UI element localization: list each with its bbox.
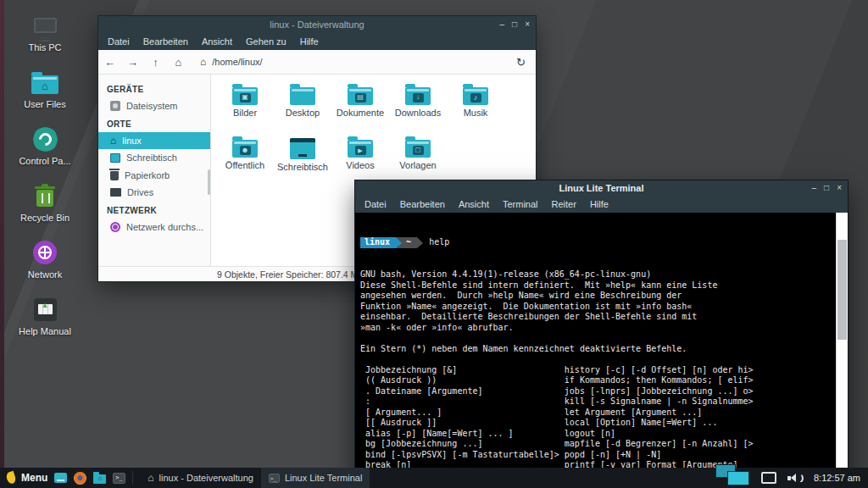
home-icon: ⌂ bbox=[147, 473, 153, 483]
globe-icon bbox=[33, 241, 57, 264]
menu-hilfe[interactable]: Hilfe bbox=[590, 199, 609, 209]
back-icon[interactable]: ← bbox=[98, 56, 121, 69]
maximize-button[interactable]: □ bbox=[824, 184, 829, 192]
desktop-icon bbox=[110, 153, 120, 163]
menu-bearbeiten[interactable]: Bearbeiten bbox=[400, 199, 445, 209]
desktop-icon-network[interactable]: Network bbox=[7, 237, 83, 294]
terminal-text-area[interactable]: linux ~ help GNU bash, Version 4.4.19(1)… bbox=[355, 213, 836, 487]
task-label: Linux Lite Terminal bbox=[285, 473, 363, 483]
menu-button[interactable]: Menu bbox=[0, 468, 53, 488]
folder-vorlagen[interactable]: Vorlagen bbox=[389, 134, 447, 186]
display-launcher-icon[interactable] bbox=[54, 473, 67, 483]
clock[interactable]: 8:12:57 am bbox=[814, 473, 860, 483]
folder-label: Öffentlich bbox=[225, 160, 264, 170]
sidebar-item-label: Papierkorb bbox=[125, 170, 170, 180]
workspace-pager[interactable] bbox=[714, 468, 751, 488]
home-icon[interactable]: ⌂ bbox=[167, 56, 190, 69]
folder-grid: Bilder Desktop Dokumente Downloads Musik bbox=[211, 75, 536, 186]
path-bar[interactable]: ⌂ /home/linux/ bbox=[200, 56, 263, 68]
folder-dokumente[interactable]: Dokumente bbox=[331, 81, 389, 134]
scrollbar-thumb[interactable] bbox=[837, 240, 847, 340]
folder-bilder[interactable]: Bilder bbox=[216, 81, 274, 134]
task-terminal[interactable]: >_ Linux Lite Terminal bbox=[261, 468, 370, 488]
menu-datei[interactable]: Datei bbox=[108, 36, 130, 47]
sidebar-item-drives[interactable]: Drives bbox=[98, 184, 210, 201]
sidebar-scrollbar[interactable] bbox=[208, 169, 210, 195]
desktop-icon-help-manual[interactable]: ▲ Help Manual bbox=[7, 294, 83, 351]
firefox-launcher-icon[interactable] bbox=[74, 472, 86, 485]
sidebar-item-linux[interactable]: ⌂ linux bbox=[98, 132, 210, 149]
maximize-button[interactable]: □ bbox=[512, 20, 517, 29]
folder-label: Dokumente bbox=[337, 108, 384, 118]
drives-icon bbox=[110, 188, 121, 197]
desktop-icon-control-panel[interactable]: Control Pa... bbox=[7, 124, 83, 180]
close-button[interactable]: × bbox=[837, 184, 842, 192]
image-emblem-icon bbox=[240, 93, 251, 103]
terminal-titlebar[interactable]: Linux Lite Terminal – □ × bbox=[355, 180, 848, 196]
sidebar-section-orte: ORTE bbox=[98, 114, 210, 132]
desktop-icon-label: Help Manual bbox=[19, 326, 71, 336]
folder-icon bbox=[290, 87, 315, 105]
desktop-icon-label: User Files bbox=[24, 99, 66, 109]
menu-reiter[interactable]: Reiter bbox=[552, 199, 576, 209]
folder-icon bbox=[405, 140, 431, 158]
desktop-folder-icon bbox=[290, 138, 315, 159]
menu-terminal[interactable]: Terminal bbox=[503, 199, 538, 209]
display-tray-icon[interactable] bbox=[761, 472, 776, 484]
sidebar-item-papierkorb[interactable]: Papierkorb bbox=[98, 166, 210, 184]
document-emblem-icon bbox=[355, 93, 366, 103]
folder-schreibtisch[interactable]: Schreibtisch bbox=[274, 134, 331, 186]
shell-prompt: linux ~ help bbox=[360, 237, 834, 248]
menu-hilfe[interactable]: Hilfe bbox=[300, 36, 319, 47]
minimize-button[interactable]: – bbox=[500, 20, 505, 29]
taskbar: Menu ⌂ >_ ⌂ linux - Dateiverwaltung >_ L… bbox=[0, 468, 868, 488]
gear-wrench-icon bbox=[34, 128, 57, 151]
desktop-icon-label: Recycle Bin bbox=[20, 213, 70, 223]
desktop-icon-this-pc[interactable]: This PC bbox=[7, 10, 83, 67]
desktop-icon-user-files[interactable]: ⌂ User Files bbox=[7, 67, 83, 124]
up-icon[interactable]: ↑ bbox=[144, 56, 167, 69]
speaker-icon bbox=[787, 474, 796, 482]
file-manager-toolbar: ← → ↑ ⌂ ⌂ /home/linux/ ↻ bbox=[98, 50, 536, 75]
folder-icon bbox=[405, 87, 431, 105]
task-label: linux - Dateiverwaltung bbox=[159, 473, 253, 483]
window-title: Linux Lite Terminal bbox=[355, 183, 848, 193]
menu-bearbeiten[interactable]: Bearbeiten bbox=[143, 36, 188, 47]
desktop-icon-recycle-bin[interactable]: Recycle Bin bbox=[7, 180, 83, 237]
menu-ansicht[interactable]: Ansicht bbox=[202, 36, 232, 47]
terminal-launcher-icon[interactable]: >_ bbox=[113, 473, 125, 484]
volume-tray-icon[interactable] bbox=[787, 473, 804, 484]
path-home-icon: ⌂ bbox=[200, 56, 206, 68]
folder-icon bbox=[232, 87, 258, 105]
forward-icon[interactable]: → bbox=[121, 56, 144, 69]
file-manager-titlebar[interactable]: linux - Dateiverwaltung – □ × bbox=[98, 16, 536, 33]
minimize-button[interactable]: – bbox=[812, 184, 817, 192]
folder-oeffentlich[interactable]: Öffentlich bbox=[216, 134, 274, 186]
folder-videos[interactable]: Videos bbox=[331, 134, 389, 186]
folder-musik[interactable]: Musik bbox=[447, 81, 504, 134]
window-controls: – □ × bbox=[812, 180, 842, 196]
terminal-output: GNU bash, Version 4.4.19(1)-release (x86… bbox=[360, 269, 834, 487]
home-icon: ⌂ bbox=[42, 80, 48, 92]
reload-icon[interactable]: ↻ bbox=[516, 56, 526, 69]
desktop-icon-label: This PC bbox=[28, 42, 61, 53]
sidebar-item-schreibtisch[interactable]: Schreibtisch bbox=[98, 149, 210, 166]
folder-label: Desktop bbox=[286, 108, 320, 118]
task-file-manager[interactable]: ⌂ linux - Dateiverwaltung bbox=[140, 468, 261, 488]
sidebar-item-dateisystem[interactable]: Dateisystem bbox=[98, 97, 210, 114]
trash-icon bbox=[110, 171, 119, 180]
sidebar-item-netzwerk-durchsuchen[interactable]: Netzwerk durchs... bbox=[98, 219, 210, 236]
folder-label: Musik bbox=[464, 108, 488, 118]
trash-icon bbox=[36, 190, 53, 207]
folder-desktop[interactable]: Desktop bbox=[274, 81, 331, 134]
powerline-arrow-icon bbox=[396, 237, 402, 248]
wrench-icon bbox=[36, 130, 53, 147]
file-manager-launcher-icon[interactable]: ⌂ bbox=[93, 474, 106, 484]
folder-downloads[interactable]: Downloads bbox=[389, 81, 447, 134]
menu-ansicht[interactable]: Ansicht bbox=[459, 199, 489, 209]
prompt-path-segment: ~ bbox=[402, 237, 417, 248]
menu-gehen-zu[interactable]: Gehen zu bbox=[246, 36, 287, 47]
menu-datei[interactable]: Datei bbox=[364, 199, 387, 209]
terminal-scrollbar[interactable] bbox=[836, 213, 848, 487]
close-button[interactable]: × bbox=[525, 20, 530, 29]
